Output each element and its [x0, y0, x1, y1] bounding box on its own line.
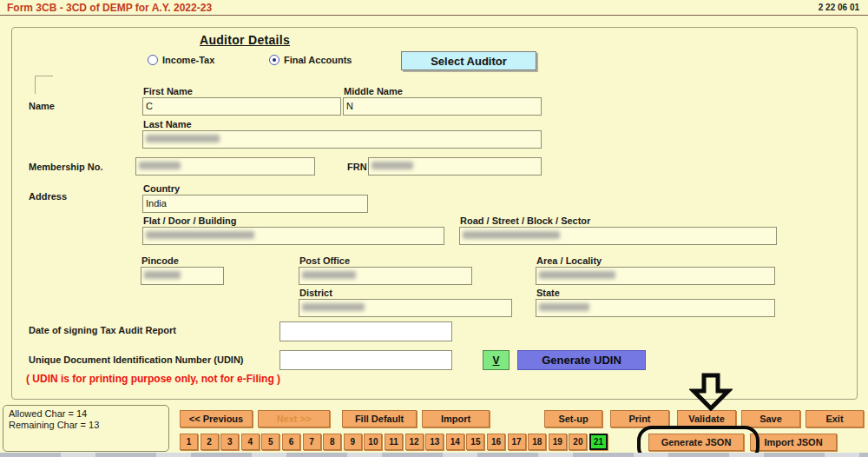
validate-button[interactable]: Validate — [677, 410, 736, 427]
frn-input[interactable] — [368, 157, 542, 176]
state-input[interactable] — [536, 299, 775, 317]
country-input[interactable]: India — [142, 195, 368, 213]
redacted-value — [539, 303, 589, 311]
page-tab-18[interactable]: 18 — [528, 434, 546, 450]
page-tab-9[interactable]: 9 — [344, 434, 362, 450]
post-office-label: Post Office — [299, 255, 350, 266]
import-json-button[interactable]: Import JSON — [750, 434, 837, 451]
bottom-window-strip — [0, 453, 868, 457]
redacted-value — [302, 271, 356, 279]
udin-note: ( UDIN is for printing purpose only, not… — [26, 373, 280, 385]
exit-button[interactable]: Exit — [806, 410, 864, 427]
page-tab-6[interactable]: 6 — [282, 434, 300, 450]
generate-json-button[interactable]: Generate JSON — [648, 434, 744, 451]
udin-label: Unique Document Identification Number (U… — [29, 354, 244, 365]
radio-income-tax[interactable]: Income-Tax — [148, 55, 214, 65]
auditor-details-panel — [11, 27, 858, 400]
page-tab-4[interactable]: 4 — [241, 434, 260, 450]
radio-final-accounts-label: Final Accounts — [284, 55, 352, 65]
name-section-label: Name — [29, 101, 55, 111]
redacted-value — [372, 162, 413, 169]
middle-name-label: Middle Name — [344, 86, 403, 96]
state-label: State — [536, 288, 560, 298]
pincode-input[interactable] — [141, 267, 224, 285]
page-tab-7[interactable]: 7 — [303, 434, 321, 450]
flat-input[interactable] — [142, 227, 444, 245]
radio-final-accounts-icon[interactable] — [269, 55, 279, 65]
post-office-input[interactable] — [299, 267, 472, 285]
page-tab-17[interactable]: 17 — [508, 434, 526, 450]
district-input[interactable] — [299, 299, 512, 317]
import-button[interactable]: Import — [422, 410, 490, 427]
district-label: District — [299, 288, 332, 298]
page-tab-10[interactable]: 10 — [364, 434, 382, 450]
redacted-value — [146, 231, 254, 239]
app-window: Form 3CB - 3CD of DEMP for A.Y. 2022-23 … — [0, 0, 868, 457]
title-bar: Form 3CB - 3CD of DEMP for A.Y. 2022-23 … — [0, 0, 868, 16]
fill-default-button[interactable]: Fill Default — [342, 410, 417, 427]
previous-button[interactable]: << Previous — [180, 410, 253, 427]
area-locality-input[interactable] — [536, 267, 775, 285]
udin-input[interactable] — [279, 350, 452, 370]
page-tab-1[interactable]: 1 — [180, 434, 198, 450]
setup-button[interactable]: Set-up — [544, 410, 602, 427]
radio-income-tax-label: Income-Tax — [162, 55, 214, 65]
page-tab-3[interactable]: 3 — [220, 434, 239, 450]
page-tab-19[interactable]: 19 — [549, 434, 567, 450]
save-button[interactable]: Save — [741, 410, 800, 427]
date-of-signing-label: Date of signing Tax Audit Report — [29, 325, 176, 335]
area-locality-label: Area / Locality — [536, 255, 602, 266]
redacted-value — [146, 135, 220, 142]
middle-name-input[interactable]: N — [343, 97, 542, 116]
address-section-label: Address — [29, 191, 67, 202]
groupbox-corner-line — [35, 76, 53, 94]
page-tab-11[interactable]: 11 — [385, 434, 403, 450]
road-input[interactable] — [459, 227, 777, 245]
page-title: Auditor Details — [200, 33, 290, 47]
redacted-value — [539, 271, 615, 279]
next-button[interactable]: Next >> — [258, 410, 330, 427]
page-tab-5[interactable]: 5 — [261, 434, 279, 450]
redacted-value — [463, 231, 560, 239]
first-name-label: First Name — [143, 86, 193, 96]
pincode-label: Pincode — [141, 255, 179, 266]
page-tab-16[interactable]: 16 — [487, 434, 505, 450]
radio-final-accounts[interactable]: Final Accounts — [269, 55, 352, 65]
version-number: 2 22 06 01 — [819, 3, 859, 12]
page-tab-13[interactable]: 13 — [425, 434, 444, 450]
flat-label: Flat / Door / Building — [143, 215, 237, 226]
radio-income-tax-icon[interactable] — [148, 55, 158, 65]
page-tab-2[interactable]: 2 — [201, 434, 219, 450]
redacted-value — [302, 303, 365, 311]
membership-no-input[interactable] — [135, 157, 315, 176]
redacted-value — [144, 271, 181, 279]
redacted-value — [139, 162, 181, 169]
print-button[interactable]: Print — [610, 410, 669, 427]
membership-no-label: Membership No. — [29, 162, 103, 172]
page-tab-15[interactable]: 15 — [466, 434, 484, 450]
page-tab-12[interactable]: 12 — [405, 434, 424, 450]
udin-verify-button[interactable]: V — [483, 350, 510, 370]
remaining-char-text: Remaining Char = 13 — [9, 420, 163, 431]
first-name-input[interactable]: C — [142, 97, 341, 116]
page-tab-8[interactable]: 8 — [323, 434, 341, 450]
allowed-char-text: Allowed Char = 14 — [9, 408, 163, 420]
last-name-label: Last Name — [143, 119, 192, 129]
page-tab-14[interactable]: 14 — [446, 434, 464, 450]
generate-udin-button[interactable]: Generate UDIN — [517, 350, 646, 370]
country-label: Country — [143, 183, 180, 194]
window-title: Form 3CB - 3CD of DEMP for A.Y. 2022-23 — [7, 2, 212, 14]
date-of-signing-input[interactable] — [279, 321, 452, 341]
select-auditor-button[interactable]: Select Auditor — [401, 51, 536, 70]
road-label: Road / Street / Block / Sector — [460, 215, 590, 226]
frn-label: FRN — [347, 162, 367, 172]
page-tab-21[interactable]: 21 — [589, 434, 608, 450]
last-name-input[interactable] — [142, 130, 542, 149]
char-count-box: Allowed Char = 14 Remaining Char = 13 — [3, 405, 169, 452]
page-tab-20[interactable]: 20 — [569, 434, 587, 450]
